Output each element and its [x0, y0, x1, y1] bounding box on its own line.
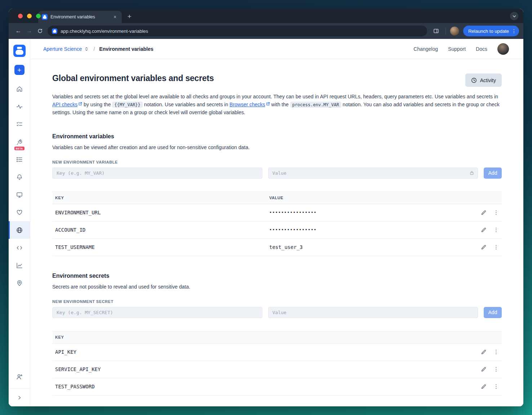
relaunch-to-update-button[interactable]: Relaunch to update ⋮	[463, 26, 519, 36]
address-bar[interactable]: app.checklyhq.com/environment-variables	[48, 26, 427, 36]
sidebar: + BETA	[9, 39, 30, 406]
new-secret-form: Add	[52, 307, 502, 318]
row-actions: ⋮	[476, 383, 502, 390]
sidebar-item-maintenance[interactable]	[9, 151, 30, 168]
row-kebab-menu-icon[interactable]: ⋮	[493, 244, 499, 250]
reload-icon	[37, 28, 43, 34]
sidebar-item-status[interactable]	[9, 204, 30, 221]
sidebar-item-snippets[interactable]	[9, 239, 30, 256]
variable-value-input[interactable]	[268, 168, 478, 179]
row-kebab-menu-icon[interactable]: ⋮	[493, 383, 499, 390]
table-row: ACCOUNT_ID •••••••••••••••• ⋮	[52, 222, 502, 239]
browser-tab[interactable]: Environment variables ×	[38, 11, 122, 23]
row-actions: ⋮	[476, 366, 502, 372]
edit-pencil-icon[interactable]	[481, 384, 487, 389]
close-window-button[interactable]	[18, 14, 23, 18]
changelog-link[interactable]: Changelog	[413, 46, 438, 52]
chart-icon	[16, 262, 23, 269]
app-header: Aperture Science / Environment variables…	[30, 39, 523, 59]
variable-value: ••••••••••••••••	[269, 210, 476, 215]
new-tab-button[interactable]: +	[125, 12, 134, 21]
browser-toolbar: ← → app.checklyhq.com/environment-variab…	[9, 23, 523, 39]
variables-table: KEY VALUE ENVIRONMENT_URL ••••••••••••••…	[52, 192, 502, 256]
browser-tabstrip: Environment variables × +	[9, 9, 523, 23]
page-content: Global environment variables and secrets…	[30, 59, 523, 406]
chevron-down-icon	[512, 14, 517, 18]
sidebar-item-locations[interactable]	[9, 274, 30, 292]
back-button[interactable]: ←	[13, 26, 24, 36]
checkly-favicon	[42, 14, 48, 20]
api-checks-link[interactable]: API checks	[52, 102, 82, 107]
user-avatar[interactable]	[497, 43, 509, 55]
sidebar-item-analytics[interactable]	[9, 256, 30, 274]
sidebar-item-dashboards[interactable]	[9, 186, 30, 204]
sidebar-item-traces-beta[interactable]: BETA	[9, 133, 30, 151]
tab-close-icon[interactable]: ×	[112, 14, 118, 20]
tab-search-button[interactable]	[510, 12, 518, 20]
add-secret-button[interactable]: Add	[484, 307, 502, 318]
variable-key: ACCOUNT_ID	[52, 227, 269, 233]
globe-icon	[16, 227, 23, 234]
add-variable-button[interactable]: Add	[484, 168, 502, 179]
key-column-header: KEY	[52, 196, 269, 200]
sidebar-item-checks[interactable]	[9, 115, 30, 133]
side-panel-button[interactable]	[431, 26, 442, 36]
edit-pencil-icon[interactable]	[481, 210, 487, 215]
table-row: TEST_PASSWORD ⋮	[52, 378, 502, 396]
browser-window: Environment variables × + ← → app.checkl…	[9, 9, 523, 406]
row-kebab-menu-icon[interactable]: ⋮	[493, 366, 499, 372]
activity-label: Activity	[480, 77, 496, 83]
row-actions: ⋮	[476, 227, 502, 233]
secret-key: TEST_PASSWORD	[52, 384, 476, 389]
row-kebab-menu-icon[interactable]: ⋮	[493, 349, 499, 355]
row-kebab-menu-icon[interactable]: ⋮	[493, 209, 499, 216]
variable-key-input[interactable]	[52, 168, 262, 179]
edit-pencil-icon[interactable]	[481, 366, 487, 372]
row-actions: ⋮	[476, 209, 502, 216]
home-icon	[16, 85, 23, 93]
table-row: API_KEY ⋮	[52, 344, 502, 361]
create-button[interactable]: +	[14, 65, 25, 75]
row-actions: ⋮	[476, 349, 502, 355]
edit-pencil-icon[interactable]	[481, 349, 487, 355]
docs-link[interactable]: Docs	[476, 46, 487, 52]
key-column-header: KEY	[52, 335, 476, 339]
user-plus-icon	[16, 373, 23, 380]
account-switcher[interactable]: Aperture Science	[43, 46, 89, 52]
sidebar-item-alerts[interactable]	[9, 168, 30, 186]
secrets-section-title: Environment secrets	[52, 273, 502, 279]
activity-button[interactable]: Activity	[465, 73, 502, 87]
edit-pencil-icon[interactable]	[481, 244, 487, 250]
checkly-favicon	[52, 28, 57, 34]
sidebar-item-home[interactable]	[9, 80, 30, 98]
minimize-window-button[interactable]	[27, 14, 32, 18]
toolbar-divider	[445, 28, 446, 34]
checkly-logo[interactable]	[13, 45, 26, 57]
browser-profile-avatar[interactable]	[450, 26, 459, 36]
reload-button[interactable]	[35, 26, 45, 36]
sidebar-item-monitoring[interactable]	[9, 98, 30, 115]
side-panel-icon	[433, 28, 439, 34]
edit-pencil-icon[interactable]	[481, 227, 487, 233]
invite-user-button[interactable]	[9, 368, 30, 385]
toolbar-right: Relaunch to update ⋮	[431, 26, 519, 36]
maximize-window-button[interactable]	[36, 14, 41, 18]
title-row: Global environment variables and secrets…	[52, 73, 502, 87]
browser-checks-link[interactable]: Browser checks	[230, 102, 270, 107]
row-kebab-menu-icon[interactable]: ⋮	[493, 227, 499, 233]
secret-value-input[interactable]	[268, 307, 478, 318]
sidebar-nav: BETA	[9, 80, 30, 292]
expand-sidebar-button[interactable]	[9, 388, 30, 406]
forward-button[interactable]: →	[24, 26, 35, 36]
secret-key-input[interactable]	[52, 307, 262, 318]
rocket-icon	[16, 138, 23, 146]
sidebar-item-environments[interactable]	[9, 221, 30, 239]
app-main: Aperture Science / Environment variables…	[30, 39, 523, 406]
browser-menu-icon[interactable]: ⋮	[511, 28, 517, 34]
code-chip: process.env.MY_VAR	[290, 102, 341, 108]
relaunch-label: Relaunch to update	[468, 28, 509, 34]
code-icon	[16, 244, 23, 251]
support-link[interactable]: Support	[448, 46, 466, 52]
select-chevrons-icon	[84, 46, 89, 52]
table-row: ENVIRONMENT_URL •••••••••••••••• ⋮	[52, 204, 502, 222]
